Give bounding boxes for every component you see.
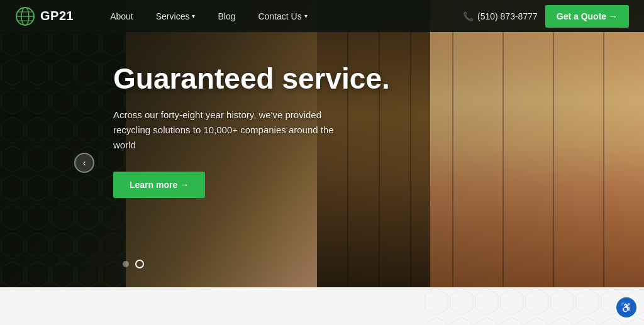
svg-rect-1 (0, 0, 126, 325)
get-quote-button[interactable]: Get a Quote → (545, 5, 629, 28)
svg-rect-3 (424, 287, 644, 325)
logo-text: GP21 (40, 9, 74, 23)
chevron-left-icon: ‹ (83, 158, 86, 168)
hero-subtitle: Across our forty-eight year history, we'… (113, 107, 352, 153)
nav-blog[interactable]: Blog (206, 0, 247, 32)
accessibility-icon: ♿ (620, 302, 633, 314)
contact-chevron-icon: ▾ (304, 13, 308, 19)
slider-dots (123, 260, 144, 268)
phone-number: (510) 873-8777 (477, 11, 538, 21)
slider-prev-button[interactable]: ‹ (74, 153, 94, 173)
navbar: GP21 About Services ▾ Blog Contact Us ▾ … (0, 0, 644, 32)
bottom-section (0, 287, 644, 325)
hero-title: Guaranteed service. (113, 63, 390, 95)
accessibility-button[interactable]: ♿ (616, 297, 636, 317)
phone-icon: 📞 (463, 11, 474, 21)
nav-contact[interactable]: Contact Us ▾ (247, 0, 318, 32)
hero-content: Guaranteed service. Across our forty-eig… (113, 63, 390, 198)
hex-pattern-left (0, 0, 126, 325)
phone-link[interactable]: 📞 (510) 873-8777 (463, 11, 538, 21)
bottom-hex-pattern (424, 287, 644, 325)
learn-more-button[interactable]: Learn more → (113, 172, 205, 198)
logo-link[interactable]: GP21 (15, 6, 74, 26)
nav-services[interactable]: Services ▾ (145, 0, 207, 32)
nav-right: 📞 (510) 873-8777 Get a Quote → (463, 5, 629, 28)
nav-about[interactable]: About (99, 0, 145, 32)
services-chevron-icon: ▾ (192, 13, 195, 19)
hero-section: Guaranteed service. Across our forty-eig… (0, 0, 644, 325)
slider-dot-1[interactable] (123, 261, 129, 267)
logo-icon (15, 6, 35, 26)
nav-links: About Services ▾ Blog Contact Us ▾ (99, 0, 463, 32)
nav-contact-label: Contact Us (258, 11, 301, 21)
nav-services-label: Services (156, 11, 190, 21)
slider-dot-2[interactable] (135, 260, 144, 268)
